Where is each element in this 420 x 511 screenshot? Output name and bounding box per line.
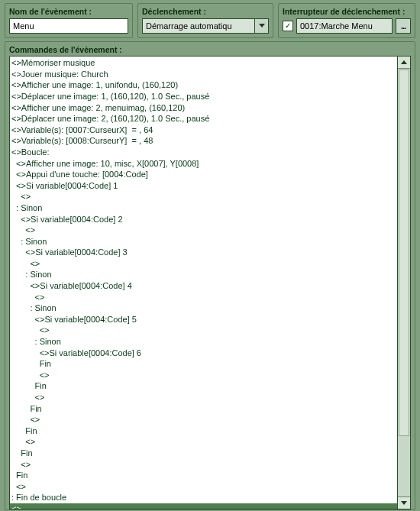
command-line[interactable]: <>Boucle: [11,147,396,158]
command-line[interactable]: <>Si variable[0004:Code] 6 [11,348,396,359]
command-line[interactable]: <>Jouer musique: Church [11,69,396,80]
command-line[interactable]: <> [11,459,396,471]
command-line[interactable]: : Sinon [11,202,396,214]
scroll-down-button[interactable] [398,496,410,509]
command-line[interactable]: <> [11,392,396,403]
command-line[interactable]: <>Mémoriser musique [11,57,396,69]
scroll-up-button[interactable] [398,57,410,69]
command-line[interactable]: <>Appui d'une touche: [0004:Code] [11,169,396,180]
command-line[interactable]: Fin [11,425,396,437]
chevron-down-icon [259,24,265,27]
trigger-label: Déclenchement : [142,7,269,17]
commands-group: Commandes de l'évènement : <>Mémoriser m… [5,41,415,510]
chevron-up-icon [401,60,407,64]
command-line[interactable]: <>Afficher une image: 10, misc, X[0007],… [11,158,396,170]
trigger-switch-label: Interrupteur de déclenchement : [283,7,411,17]
command-line[interactable]: <> [11,325,396,336]
chevron-down-icon [401,501,407,505]
command-line[interactable]: <> [11,225,396,236]
command-line[interactable]: <> [11,481,396,493]
command-line-selected[interactable]: <> [10,503,397,509]
command-line[interactable]: <> [11,258,396,270]
command-line[interactable]: <>Afficher une image: 2, menuimag, (160,… [11,102,396,114]
command-line[interactable]: <>Variable(s): [0007:CurseurX] = , 64 [11,125,396,136]
command-line[interactable]: Fin [11,358,396,370]
trigger-switch-group: Interrupteur de déclenchement : ✓ 0017:M… [278,3,415,38]
trigger-switch-checkbox[interactable]: ✓ [283,21,293,31]
command-line[interactable]: : Sinon [11,269,396,280]
command-line[interactable]: <>Si variable[0004:Code] 2 [11,214,396,225]
trigger-switch-field[interactable]: 0017:Marche Menu [296,18,393,34]
trigger-switch-browse-button[interactable]: ... [396,18,411,34]
commands-scrollbar[interactable] [398,56,411,509]
command-line[interactable]: Fin [11,380,396,392]
trigger-select[interactable] [142,18,255,34]
scroll-thumb[interactable] [399,70,409,436]
command-line[interactable]: Fin [11,448,396,459]
event-name-label: Nom de l'évènement : [9,7,128,17]
event-name-group: Nom de l'évènement : [5,3,133,38]
command-line[interactable]: <> [11,370,396,381]
command-line[interactable]: <>Si variable[0004:Code] 1 [11,180,396,192]
event-name-input[interactable] [9,18,128,34]
commands-list[interactable]: <>Mémoriser musique<>Jouer musique: Chur… [9,56,398,509]
command-line[interactable]: : Sinon [11,236,396,247]
command-line[interactable]: <>Si variable[0004:Code] 4 [11,280,396,292]
command-line[interactable]: : Sinon [11,336,396,348]
trigger-group: Déclenchement : [137,3,273,38]
command-line[interactable]: <>Variable(s): [0008:CurseurY] = , 48 [11,135,396,147]
command-line[interactable]: : Fin de boucle [11,492,396,503]
command-line[interactable]: <> [11,292,396,303]
command-line[interactable]: <>Si variable[0004:Code] 3 [11,247,396,258]
command-line[interactable]: : Sinon [11,302,396,314]
command-line[interactable]: <> [11,414,396,425]
command-line[interactable]: <> [11,436,396,448]
command-line[interactable]: <> [11,191,396,202]
command-line[interactable]: <>Déplacer une image: 2, (160,120), 1.0 … [11,113,396,125]
trigger-dropdown-button[interactable] [255,18,269,34]
command-line[interactable]: <>Afficher une image: 1, unifondu, (160,… [11,79,396,91]
command-line[interactable]: <>Si variable[0004:Code] 5 [11,314,396,325]
command-line[interactable]: Fin [11,403,396,415]
command-line[interactable]: <>Déplacer une image: 1, (160,120), 1.0 … [11,91,396,102]
command-line[interactable]: Fin [11,470,396,481]
commands-label: Commandes de l'évènement : [9,45,411,55]
